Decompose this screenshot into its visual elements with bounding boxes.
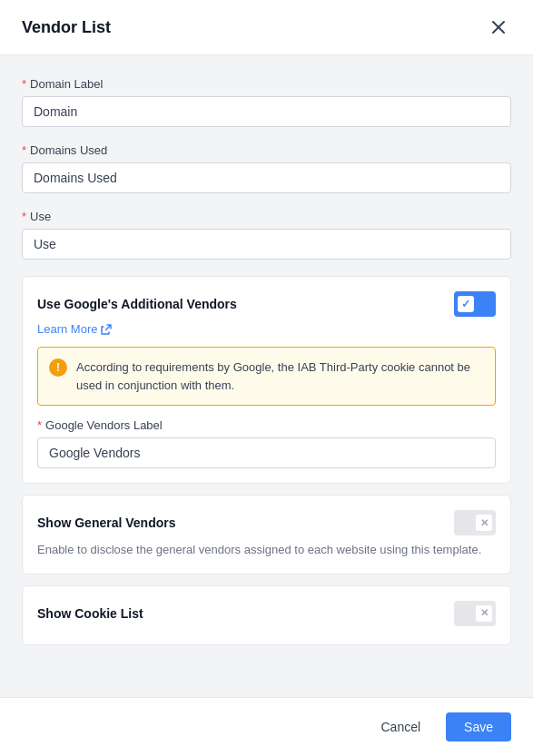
domain-label-input[interactable] <box>22 96 511 127</box>
cancel-button[interactable]: Cancel <box>366 712 435 741</box>
toggle-x-indicator-2 <box>476 605 492 622</box>
modal-title: Vendor List <box>22 18 111 37</box>
required-star-3: * <box>22 210 26 223</box>
use-field: * Use <box>22 210 511 260</box>
general-vendors-description: Enable to disclose the general vendors a… <box>37 541 496 559</box>
warning-box: ! According to requirements by Google, t… <box>37 347 496 406</box>
google-vendors-label-input[interactable] <box>37 437 496 468</box>
external-link-icon <box>101 324 112 335</box>
toggle-x-indicator <box>476 515 492 531</box>
modal-header: Vendor List <box>0 0 533 55</box>
cookie-list-toggle[interactable] <box>454 601 496 626</box>
general-vendors-header: Show General Vendors <box>37 510 496 535</box>
google-vendors-label-label: * Google Vendors Label <box>37 418 496 432</box>
domain-label-field: * Domain Label <box>22 77 511 127</box>
cookie-list-section: Show Cookie List <box>22 585 511 645</box>
required-star: * <box>22 77 26 91</box>
learn-more-text: Learn More <box>37 322 97 336</box>
google-vendors-label-field: * Google Vendors Label <box>37 418 496 468</box>
domains-used-label: * Domains Used <box>22 143 511 157</box>
warning-text: According to requirements by Google, the… <box>76 358 484 394</box>
close-button[interactable] <box>486 15 511 40</box>
required-star-4: * <box>37 418 42 432</box>
use-input[interactable] <box>22 229 511 260</box>
domains-used-field: * Domains Used <box>22 143 511 193</box>
save-button[interactable]: Save <box>446 712 511 741</box>
toggle-check-indicator <box>458 296 474 312</box>
google-section-header: Use Google's Additional Vendors <box>37 291 496 317</box>
domains-used-input[interactable] <box>22 162 511 193</box>
general-vendors-toggle[interactable] <box>454 510 496 535</box>
close-icon <box>489 18 508 36</box>
domain-label-label: * Domain Label <box>22 77 511 91</box>
modal-body: * Domain Label * Domains Used * Use Use … <box>0 55 533 697</box>
general-vendors-title: Show General Vendors <box>37 515 176 530</box>
google-vendors-section: Use Google's Additional Vendors Learn Mo… <box>22 276 511 484</box>
cookie-list-header: Show Cookie List <box>37 601 496 626</box>
google-vendors-toggle[interactable] <box>454 291 496 317</box>
use-label: * Use <box>22 210 511 223</box>
required-star-2: * <box>22 143 26 157</box>
general-vendors-section: Show General Vendors Enable to disclose … <box>22 495 511 574</box>
warning-icon: ! <box>49 358 67 377</box>
modal-footer: Cancel Save <box>0 697 533 756</box>
google-section-title: Use Google's Additional Vendors <box>37 297 237 311</box>
cookie-list-title: Show Cookie List <box>37 606 143 621</box>
learn-more-link[interactable]: Learn More <box>37 322 112 336</box>
